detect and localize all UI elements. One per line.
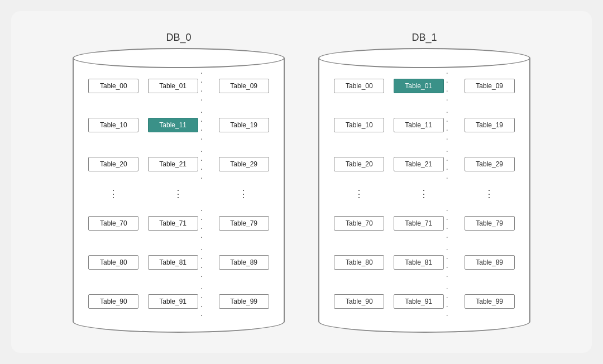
table-cell-t70: Table_70 [334,216,384,231]
table-cell-t99: Table_99 [219,294,269,309]
table-cell-with-dots: Table_11· · · · [148,107,210,143]
table-cell-with-dots: Table_01· · · · [394,68,456,104]
table-cell-t91: Table_91 [148,294,198,309]
table-cell-t90: Table_90 [334,294,384,309]
table-cell-t79: Table_79 [219,216,269,231]
table-cell-with-dots: Table_81· · · · [148,245,210,280]
table-cell-t21: Table_21 [148,157,198,171]
table-cell-with-dots: Table_01· · · · [148,68,210,104]
table-cell-t80: Table_80 [88,255,138,270]
table-cell-t00: Table_00 [88,79,138,93]
db1-cylinder-top [318,48,530,68]
vertical-dots: ⋮ [484,185,495,202]
table-cell-t11: Table_11 [394,118,444,132]
table-cell-t71: Table_71 [148,216,198,231]
horizontal-dots: · · · · [446,205,456,241]
table-cell-t01: Table_01 [148,79,198,93]
table-cell-t29: Table_29 [219,157,269,171]
vertical-dots: ⋮ [354,185,365,202]
table-cell-t00: Table_00 [334,79,384,93]
vertical-dots: ⋮ [173,185,184,202]
horizontal-dots: · · · · [200,205,210,241]
table-cell-t89: Table_89 [465,255,515,270]
db1-wrapper: DB_1 Table_00Table_01· · · ·Table_09Tabl… [318,32,530,333]
table-cell-t99: Table_99 [465,294,515,309]
table-cell-t19: Table_19 [465,118,515,132]
vertical-dots: ⋮ [108,185,119,202]
table-cell-t29: Table_29 [465,157,515,171]
db0-cylinder-top [73,48,285,68]
db0-wrapper: DB_0 Table_00Table_01· · · ·Table_09Tabl… [73,32,285,333]
horizontal-dots: · · · · [446,107,456,143]
table-cell-t71: Table_71 [394,216,444,231]
table-cell-t21: Table_21 [394,157,444,171]
table-cell-t81: Table_81 [394,255,444,270]
horizontal-dots: · · · · [200,284,210,319]
table-cell-with-dots: Table_91· · · · [148,284,210,319]
db0-table-grid: Table_00Table_01· · · ·Table_09Table_10T… [83,68,275,319]
table-cell-t11: Table_11 [148,118,198,132]
db1-cylinder-body: Table_00Table_01· · · ·Table_09Table_10T… [318,58,530,333]
table-cell-with-dots: Table_81· · · · [394,245,456,280]
db1-cylinder: Table_00Table_01· · · ·Table_09Table_10T… [318,48,530,333]
table-cell-t10: Table_10 [334,118,384,132]
db1-table-grid: Table_00Table_01· · · ·Table_09Table_10T… [328,68,520,319]
table-cell-t91: Table_91 [394,294,444,309]
horizontal-dots: · · · · [446,146,456,182]
table-cell-t89: Table_89 [219,255,269,270]
horizontal-dots: · · · · [446,245,456,280]
table-cell-t09: Table_09 [219,79,269,93]
db0-cylinder: Table_00Table_01· · · ·Table_09Table_10T… [73,48,285,333]
db1-label: DB_1 [411,32,437,44]
table-cell-t70: Table_70 [88,216,138,231]
horizontal-dots: · · · · [200,245,210,280]
horizontal-dots: · · · · [200,68,210,104]
table-cell-with-dots: Table_21· · · · [394,146,456,182]
table-cell-t09: Table_09 [465,79,515,93]
db0-cylinder-body: Table_00Table_01· · · ·Table_09Table_10T… [73,58,285,333]
vertical-dots: ⋮ [419,185,429,202]
table-cell-with-dots: Table_91· · · · [394,284,456,319]
horizontal-dots: · · · · [446,68,456,104]
table-cell-with-dots: Table_21· · · · [148,146,210,182]
table-cell-t90: Table_90 [88,294,138,309]
vertical-dots: ⋮ [238,185,249,202]
table-cell-t80: Table_80 [334,255,384,270]
table-cell-t81: Table_81 [148,255,198,270]
table-cell-t79: Table_79 [465,216,515,231]
horizontal-dots: · · · · [200,107,210,143]
table-cell-t10: Table_10 [88,118,138,132]
table-cell-t19: Table_19 [219,118,269,132]
table-cell-t01: Table_01 [394,79,444,93]
horizontal-dots: · · · · [200,146,210,182]
diagram-area: DB_0 Table_00Table_01· · · ·Table_09Tabl… [73,32,530,333]
table-cell-with-dots: Table_71· · · · [394,205,456,241]
db0-label: DB_0 [166,32,191,44]
table-cell-with-dots: Table_11· · · · [394,107,456,143]
table-cell-t20: Table_20 [88,157,138,171]
table-cell-t20: Table_20 [334,157,384,171]
main-container: DB_0 Table_00Table_01· · · ·Table_09Tabl… [11,11,592,353]
horizontal-dots: · · · · [446,284,456,319]
table-cell-with-dots: Table_71· · · · [148,205,210,241]
